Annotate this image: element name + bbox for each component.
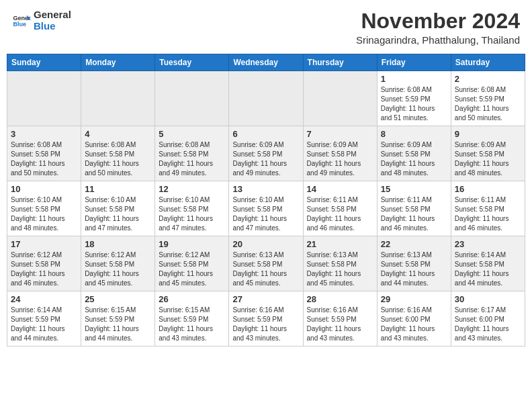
month-title: November 2024 — [356, 9, 520, 33]
day-info: Sunrise: 6:11 AMSunset: 5:58 PMDaylight:… — [455, 195, 521, 233]
calendar-week-row: 3Sunrise: 6:08 AMSunset: 5:58 PMDaylight… — [7, 126, 525, 181]
day-number: 8 — [381, 129, 447, 139]
weekday-header-thursday: Thursday — [303, 54, 377, 71]
day-info: Sunrise: 6:12 AMSunset: 5:58 PMDaylight:… — [11, 250, 77, 288]
day-number: 14 — [307, 184, 373, 194]
day-number: 30 — [455, 294, 521, 304]
day-number: 13 — [232, 184, 299, 194]
calendar-header-row: SundayMondayTuesdayWednesdayThursdayFrid… — [7, 54, 525, 71]
calendar-cell: 6Sunrise: 6:09 AMSunset: 5:58 PMDaylight… — [229, 126, 303, 181]
day-info: Sunrise: 6:14 AMSunset: 5:59 PMDaylight:… — [11, 306, 77, 343]
calendar-cell: 29Sunrise: 6:16 AMSunset: 6:00 PMDayligh… — [377, 291, 451, 347]
calendar-cell — [155, 71, 229, 126]
day-number: 3 — [11, 129, 77, 139]
calendar-cell: 17Sunrise: 6:12 AMSunset: 5:58 PMDayligh… — [7, 236, 81, 291]
calendar-cell: 22Sunrise: 6:13 AMSunset: 5:58 PMDayligh… — [377, 236, 451, 291]
calendar-cell: 19Sunrise: 6:12 AMSunset: 5:58 PMDayligh… — [155, 236, 229, 291]
logo-blue-text: Blue — [34, 21, 71, 32]
calendar-cell — [229, 71, 303, 126]
day-info: Sunrise: 6:09 AMSunset: 5:58 PMDaylight:… — [455, 140, 521, 178]
calendar-cell: 30Sunrise: 6:17 AMSunset: 6:00 PMDayligh… — [451, 291, 525, 347]
day-number: 9 — [455, 129, 521, 139]
day-info: Sunrise: 6:09 AMSunset: 5:58 PMDaylight:… — [381, 140, 447, 178]
day-info: Sunrise: 6:08 AMSunset: 5:59 PMDaylight:… — [455, 85, 521, 123]
weekday-header-sunday: Sunday — [7, 54, 81, 71]
calendar-cell: 18Sunrise: 6:12 AMSunset: 5:58 PMDayligh… — [81, 236, 155, 291]
day-info: Sunrise: 6:10 AMSunset: 5:58 PMDaylight:… — [159, 195, 225, 233]
day-number: 24 — [11, 294, 77, 304]
calendar-cell: 12Sunrise: 6:10 AMSunset: 5:58 PMDayligh… — [155, 181, 229, 236]
day-number: 28 — [307, 294, 373, 304]
day-info: Sunrise: 6:08 AMSunset: 5:59 PMDaylight:… — [381, 85, 447, 123]
calendar-cell: 10Sunrise: 6:10 AMSunset: 5:58 PMDayligh… — [7, 181, 81, 236]
calendar-cell: 16Sunrise: 6:11 AMSunset: 5:58 PMDayligh… — [451, 181, 525, 236]
weekday-header-wednesday: Wednesday — [229, 54, 303, 71]
day-info: Sunrise: 6:10 AMSunset: 5:58 PMDaylight:… — [85, 195, 151, 233]
day-info: Sunrise: 6:09 AMSunset: 5:58 PMDaylight:… — [232, 140, 299, 178]
day-number: 4 — [85, 129, 151, 139]
day-number: 15 — [381, 184, 447, 194]
day-number: 1 — [381, 74, 447, 84]
day-info: Sunrise: 6:15 AMSunset: 5:59 PMDaylight:… — [85, 306, 151, 343]
calendar-cell: 26Sunrise: 6:15 AMSunset: 5:59 PMDayligh… — [155, 291, 229, 347]
day-number: 27 — [232, 294, 299, 304]
calendar-cell: 5Sunrise: 6:08 AMSunset: 5:58 PMDaylight… — [155, 126, 229, 181]
day-number: 16 — [455, 184, 521, 194]
calendar-cell: 14Sunrise: 6:11 AMSunset: 5:58 PMDayligh… — [303, 181, 377, 236]
calendar-cell: 25Sunrise: 6:15 AMSunset: 5:59 PMDayligh… — [81, 291, 155, 347]
day-number: 25 — [85, 294, 151, 304]
calendar-cell: 15Sunrise: 6:11 AMSunset: 5:58 PMDayligh… — [377, 181, 451, 236]
page-header: General Blue General Blue November 2024 … — [7, 7, 525, 48]
calendar-week-row: 17Sunrise: 6:12 AMSunset: 5:58 PMDayligh… — [7, 236, 525, 291]
day-number: 10 — [11, 184, 77, 194]
day-number: 18 — [85, 239, 151, 249]
calendar-week-row: 10Sunrise: 6:10 AMSunset: 5:58 PMDayligh… — [7, 181, 525, 236]
day-number: 7 — [307, 129, 373, 139]
calendar-cell: 8Sunrise: 6:09 AMSunset: 5:58 PMDaylight… — [377, 126, 451, 181]
day-info: Sunrise: 6:08 AMSunset: 5:58 PMDaylight:… — [159, 140, 225, 178]
calendar-cell: 21Sunrise: 6:13 AMSunset: 5:58 PMDayligh… — [303, 236, 377, 291]
day-info: Sunrise: 6:14 AMSunset: 5:58 PMDaylight:… — [455, 250, 521, 288]
calendar-cell: 9Sunrise: 6:09 AMSunset: 5:58 PMDaylight… — [451, 126, 525, 181]
calendar-cell — [7, 71, 81, 126]
day-number: 26 — [159, 294, 225, 304]
calendar-cell: 1Sunrise: 6:08 AMSunset: 5:59 PMDaylight… — [377, 71, 451, 126]
day-info: Sunrise: 6:12 AMSunset: 5:58 PMDaylight:… — [85, 250, 151, 288]
day-number: 29 — [381, 294, 447, 304]
day-info: Sunrise: 6:17 AMSunset: 6:00 PMDaylight:… — [455, 306, 521, 343]
day-number: 22 — [381, 239, 447, 249]
calendar-cell: 4Sunrise: 6:08 AMSunset: 5:58 PMDaylight… — [81, 126, 155, 181]
day-number: 12 — [159, 184, 225, 194]
day-info: Sunrise: 6:16 AMSunset: 5:59 PMDaylight:… — [307, 306, 373, 343]
day-info: Sunrise: 6:09 AMSunset: 5:58 PMDaylight:… — [307, 140, 373, 178]
calendar-cell: 23Sunrise: 6:14 AMSunset: 5:58 PMDayligh… — [451, 236, 525, 291]
day-info: Sunrise: 6:16 AMSunset: 5:59 PMDaylight:… — [232, 306, 299, 343]
logo: General Blue General Blue — [12, 9, 71, 32]
day-info: Sunrise: 6:13 AMSunset: 5:58 PMDaylight:… — [381, 250, 447, 288]
logo-icon: General Blue — [12, 11, 31, 30]
day-number: 6 — [232, 129, 299, 139]
day-info: Sunrise: 6:15 AMSunset: 5:59 PMDaylight:… — [159, 306, 225, 343]
weekday-header-monday: Monday — [81, 54, 155, 71]
day-info: Sunrise: 6:10 AMSunset: 5:58 PMDaylight:… — [232, 195, 299, 233]
day-info: Sunrise: 6:16 AMSunset: 6:00 PMDaylight:… — [381, 306, 447, 343]
weekday-header-tuesday: Tuesday — [155, 54, 229, 71]
calendar-cell: 7Sunrise: 6:09 AMSunset: 5:58 PMDaylight… — [303, 126, 377, 181]
day-info: Sunrise: 6:13 AMSunset: 5:58 PMDaylight:… — [307, 250, 373, 288]
calendar-cell: 24Sunrise: 6:14 AMSunset: 5:59 PMDayligh… — [7, 291, 81, 347]
day-number: 19 — [159, 239, 225, 249]
day-info: Sunrise: 6:08 AMSunset: 5:58 PMDaylight:… — [11, 140, 77, 178]
calendar-cell: 28Sunrise: 6:16 AMSunset: 5:59 PMDayligh… — [303, 291, 377, 347]
day-number: 23 — [455, 239, 521, 249]
location-subtitle: Srinagarindra, Phatthalung, Thailand — [356, 34, 520, 46]
calendar-cell: 2Sunrise: 6:08 AMSunset: 5:59 PMDaylight… — [451, 71, 525, 126]
day-number: 5 — [159, 129, 225, 139]
day-number: 17 — [11, 239, 77, 249]
day-info: Sunrise: 6:11 AMSunset: 5:58 PMDaylight:… — [307, 195, 373, 233]
day-info: Sunrise: 6:10 AMSunset: 5:58 PMDaylight:… — [11, 195, 77, 233]
calendar-cell: 11Sunrise: 6:10 AMSunset: 5:58 PMDayligh… — [81, 181, 155, 236]
weekday-header-saturday: Saturday — [451, 54, 525, 71]
day-info: Sunrise: 6:12 AMSunset: 5:58 PMDaylight:… — [159, 250, 225, 288]
weekday-header-friday: Friday — [377, 54, 451, 71]
calendar-cell: 20Sunrise: 6:13 AMSunset: 5:58 PMDayligh… — [229, 236, 303, 291]
